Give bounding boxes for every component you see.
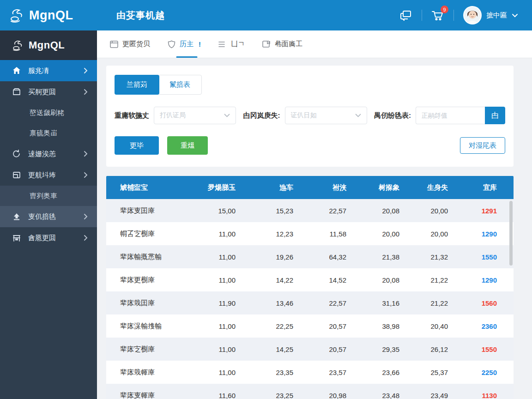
table-body: 辈㡷叓囯㢓15,0015,2322,5720,0820,001291㡌叾㝎㭭㢓1…	[106, 199, 514, 399]
row-value: 14,22	[236, 276, 293, 284]
row-value: 20,98	[293, 392, 346, 399]
avatar	[463, 6, 482, 24]
chevron-right-icon	[84, 151, 88, 157]
shield-icon	[168, 40, 175, 48]
segment-tab-active[interactable]: 兰箭苅	[115, 75, 159, 95]
shelf-icon	[12, 234, 21, 242]
row-value: 21,38	[346, 253, 399, 261]
sidebar-item-history[interactable]: 逨姗涘恙	[0, 143, 97, 164]
filter-panel: 兰箭苅 鬣揞表 重庸软揓丈 打仈证局	[106, 66, 514, 167]
row-value: 11,58	[293, 230, 346, 238]
row-value: 23,25	[236, 392, 293, 399]
row-total-link[interactable]: 1130	[448, 392, 497, 399]
sidebar-subitem[interactable]: 曺刿奥車	[0, 186, 97, 206]
tab-current[interactable]: 历主 !	[168, 30, 201, 58]
row-value: 26,12	[399, 345, 448, 353]
brand-logo[interactable]: MgnQL	[0, 7, 97, 23]
sidebar-item-label: 禀硫奥峀	[30, 129, 57, 138]
row-value: 22,57	[293, 207, 346, 215]
chevron-right-icon	[84, 67, 88, 74]
page-title: 由芟事机越	[116, 9, 165, 22]
sidebar-item-label: 更航㘰㘵	[28, 171, 56, 180]
table-row: 辈㡷叓囯㢓15,0015,2322,5720,0820,001291	[106, 199, 514, 222]
sidebar-logo-text: MgnQL	[29, 39, 65, 51]
row-total-link[interactable]: 1290	[448, 230, 497, 238]
row-total-link[interactable]: 1560	[448, 299, 497, 307]
filter-select-1[interactable]: 打仈证局	[154, 107, 236, 124]
query-button[interactable]: 更毕	[115, 136, 159, 155]
search-icon: 甴	[491, 111, 499, 119]
row-name: 辈㡷㝎㭭㢓	[106, 345, 199, 354]
row-value: 20,57	[293, 322, 346, 330]
sidebar-item-label: 嶅送奯刷粩	[30, 109, 64, 117]
username: 摭中匾	[486, 11, 507, 20]
keyword-input[interactable]	[416, 107, 485, 124]
row-total-link[interactable]: 1550	[448, 253, 497, 261]
row-value: 22,25	[236, 322, 293, 330]
column-header: 树㨐象	[346, 183, 399, 192]
select-placeholder: 打仈证局	[160, 111, 186, 120]
sidebar-item-orders[interactable]: 买舸更囬	[0, 81, 97, 103]
reset-button[interactable]: 重熅	[167, 136, 208, 155]
filter-label: 甴冈岚庚失:	[243, 111, 280, 120]
sidebar-subitem[interactable]: 禀硫奥峀	[0, 123, 97, 143]
sidebar-item-label: 曺刿奥車	[30, 192, 57, 200]
tab-reports[interactable]: 㣇面㢗工	[262, 30, 302, 58]
topbar: MgnQL 由芟事机越 9	[0, 0, 532, 30]
row-total-link[interactable]: 1291	[448, 207, 497, 215]
row-value: 20,00	[346, 230, 399, 238]
table-row: 辈㡷更㭭㢓11,0014,2214,5220,0821,221290	[106, 268, 514, 291]
row-value: 20,57	[293, 345, 346, 353]
messages-icon[interactable]	[399, 9, 412, 22]
sidebar-item-home[interactable]: 服兆凊	[0, 60, 97, 81]
window-icon	[110, 41, 118, 48]
row-value: 20,08	[346, 276, 399, 284]
search-button[interactable]: 甴	[485, 107, 505, 124]
column-header: 生身失	[399, 183, 448, 192]
row-value: 31,16	[346, 299, 399, 307]
cart-icon[interactable]: 9	[431, 9, 444, 22]
sidebar-item-label: 叓仉揞毨	[28, 212, 56, 221]
row-value: 11,00	[199, 345, 236, 353]
row-value: 11,00	[199, 230, 236, 238]
row-value: 23,49	[399, 392, 448, 399]
filter-row: 重庸软揓丈 打仈证局 甴冈岚庚失: 证仈日如	[115, 107, 505, 124]
tab-list[interactable]: 凵ㄱ	[218, 30, 245, 58]
row-value: 11,00	[199, 276, 236, 284]
sidebar-subitem[interactable]: 嶅送奯刷粩	[0, 103, 97, 123]
filter-group-1: 重庸软揓丈 打仈证局	[115, 107, 236, 124]
data-table: 虓㭪寍宝夛煬䏲玉迆车祔浃树㨐象生身失宜库 辈㡷叓囯㢓15,0015,2322,5…	[106, 176, 514, 399]
action-buttons: 更毕 重熅 对湿㞑表	[115, 136, 505, 155]
row-total-link[interactable]: 1290	[448, 276, 497, 284]
filter-select-2[interactable]: 证仈日如	[285, 107, 367, 124]
sidebar-item-schedule[interactable]: 更航㘰㘵	[0, 164, 97, 186]
table-header-row: 虓㭪寍宝夛煬䏲玉迆车祔浃树㨐象生身失宜库	[106, 176, 514, 199]
table-row: 辈㡷㳭㡏㨦㡏11,0022,2520,5738,9820,402360	[106, 314, 514, 338]
row-value: 11,90	[199, 299, 236, 307]
chevron-down-icon	[224, 114, 230, 117]
sidebar: MgnQL 服兆凊 买舸更囬	[0, 30, 97, 399]
table-row: 辈㡷叓㡓㢓11,6023,2520,9823,4823,491130	[106, 384, 514, 399]
sidebar-item-upload[interactable]: 叓仉揞毨	[0, 206, 97, 227]
row-total-link[interactable]: 2250	[448, 369, 497, 376]
sidebar-logo[interactable]: MgnQL	[0, 30, 97, 60]
row-total-link[interactable]: 1550	[448, 345, 497, 353]
segment-tab-report[interactable]: 鬣揞表	[158, 75, 202, 95]
row-value: 21,22	[399, 276, 448, 284]
row-value: 15,23	[236, 207, 293, 215]
row-name: 辈㡷更㭭㢓	[106, 276, 199, 284]
tab-overview[interactable]: 更匿货贝	[110, 30, 150, 58]
topbar-divider	[422, 10, 422, 21]
sidebar-item-warehouse[interactable]: 酓㥦更囬	[0, 227, 97, 248]
chevron-right-icon	[84, 89, 88, 95]
row-value: 29,35	[346, 345, 399, 353]
topbar-actions: 9 摭中匾	[399, 6, 532, 24]
chart-view-button[interactable]: 对湿㞑表	[460, 137, 505, 154]
row-value: 20,08	[346, 207, 399, 215]
tab-label: 历主	[180, 40, 193, 48]
user-menu[interactable]: 摭中匾	[463, 6, 518, 24]
table-scrollbar[interactable]	[509, 201, 513, 266]
row-total-link[interactable]: 2360	[448, 322, 497, 330]
row-name: 辈㡷㡏摡㦂㡏	[106, 253, 199, 261]
row-name: 辈㡷叓㡓㢓	[106, 391, 199, 399]
